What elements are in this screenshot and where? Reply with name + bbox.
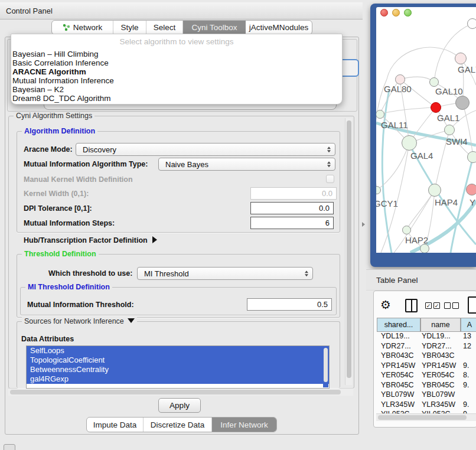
dropdown-item[interactable]: Basic Correlation Inference: [11, 58, 342, 67]
network-node[interactable]: [467, 18, 476, 29]
node-label: GAL4: [410, 151, 433, 161]
network-node-hap2[interactable]: [402, 226, 411, 234]
checked-box-icon[interactable]: ✓: [425, 302, 432, 309]
node-label: GAL7: [458, 64, 476, 74]
network-canvas[interactable]: GAL7GAL80GAL10GAL1GAL11SWI4GAL4GCY1HAP4Y…: [376, 7, 476, 253]
table-row[interactable]: YDL19...YDL19...13: [373, 332, 476, 342]
settings-horizontal-scrollbar[interactable]: [8, 388, 353, 396]
sources-toggle[interactable]: Sources for Network Inference: [22, 317, 137, 325]
bottom-tab-impute-data[interactable]: Impute Data: [87, 418, 144, 432]
table-horizontal-scrollbar-thumb[interactable]: [378, 415, 467, 420]
table-row[interactable]: YBL079WYBL079W: [373, 390, 476, 400]
hub-definition-toggle[interactable]: Hub/Transcription Factor Definition: [24, 236, 157, 244]
dropdown-item[interactable]: Dream8 DC_TDC Algorithm: [11, 94, 342, 103]
table-cell: YLR345W: [422, 400, 455, 409]
table-row[interactable]: YPR145WYPR145W9.: [373, 361, 476, 371]
mi-algorithm-type-value: Naive Bayes: [165, 160, 208, 169]
table-row[interactable]: YBR043CYBR043C: [373, 351, 476, 361]
algorithm-definition-title: Algorithm Definition: [22, 127, 97, 135]
settings-vertical-scrollbar[interactable]: [345, 118, 352, 385]
expanded-arrow-icon: [128, 318, 135, 323]
network-node-hap4[interactable]: [428, 184, 441, 197]
tab-style[interactable]: Style: [113, 21, 146, 34]
network-node-gal80[interactable]: [395, 74, 405, 84]
network-node-gal1[interactable]: [431, 102, 441, 113]
manual-kernel-label: Manual Kernel Width Definition: [24, 175, 133, 184]
table-cell: YBR045C: [422, 381, 455, 389]
dropdown-item[interactable]: Bayesian – K2: [11, 85, 342, 94]
table-row[interactable]: YER054CYER054C8.: [373, 371, 476, 381]
attribute-list-item[interactable]: BetweennessCentrality: [27, 365, 329, 374]
network-node-gal7[interactable]: [455, 53, 467, 64]
checked-box-icon[interactable]: ✓: [433, 302, 440, 309]
network-node-swi4[interactable]: [444, 125, 455, 135]
zoom-traffic-light[interactable]: [404, 9, 412, 17]
node-label: SWI4: [446, 136, 468, 146]
mi-threshold-label: Mutual Information Threshold:: [27, 301, 134, 309]
table-cell: YDL19...: [381, 332, 410, 340]
network-node[interactable]: [467, 151, 476, 163]
dropdown-item[interactable]: Mutual Information Inference: [11, 76, 342, 85]
aracne-mode-select[interactable]: Discovery: [76, 143, 335, 156]
table-cell: YBR043C: [381, 351, 414, 360]
document-icon[interactable]: [468, 296, 476, 314]
data-attributes-label: Data Attributes: [21, 335, 74, 343]
settings-vertical-scrollbar-thumb[interactable]: [347, 120, 351, 378]
network-node[interactable]: [455, 96, 470, 110]
table-row[interactable]: YLR345WYLR345W9.: [373, 400, 476, 410]
tab-cyni-toolbox[interactable]: Cyni Toolbox: [183, 21, 246, 34]
mi-threshold-input[interactable]: 0.5: [247, 298, 332, 311]
split-columns-icon[interactable]: [405, 299, 418, 312]
tab-label: jActiveMNodules: [249, 23, 309, 32]
column-header[interactable]: shared...: [377, 318, 420, 332]
table-row[interactable]: YBR045CYBR045C9.: [373, 381, 476, 391]
which-threshold-label: Which threshold to use:: [48, 269, 132, 278]
dropdown-item[interactable]: ARACNE Algorithm: [11, 67, 342, 76]
attribute-list-item[interactable]: gal4RGexp: [27, 374, 329, 384]
network-node-gal10[interactable]: [429, 77, 439, 87]
stepper-icon: [327, 146, 331, 152]
unchecked-box-icon[interactable]: [452, 302, 459, 309]
table-cell: 9.: [463, 400, 469, 409]
dropdown-item[interactable]: Bayesian – Hill Climbing: [11, 50, 342, 58]
network-node-gal11[interactable]: [376, 110, 384, 119]
network-node[interactable]: [420, 244, 429, 253]
settings-horizontal-scrollbar-thumb[interactable]: [10, 390, 341, 394]
node-label: GAL11: [381, 120, 408, 130]
table-row[interactable]: YDR27...YDR27...12: [373, 342, 476, 352]
manual-kernel-checkbox[interactable]: [326, 175, 334, 183]
mi-threshold-definition-title: MI Threshold Definition: [25, 283, 112, 291]
mi-algorithm-type-select[interactable]: Naive Bayes: [158, 158, 335, 171]
attribute-list-item[interactable]: SelfLoops: [27, 346, 329, 356]
mi-steps-input[interactable]: 6: [250, 217, 334, 229]
column-header[interactable]: A: [461, 318, 476, 332]
bottom-tab-discretize-data[interactable]: Discretize Data: [144, 418, 212, 432]
attributes-list-scrollbar[interactable]: [323, 347, 328, 387]
minimize-traffic-light[interactable]: [392, 9, 400, 17]
table-horizontal-scrollbar[interactable]: [376, 413, 476, 421]
stepper-icon: [305, 270, 308, 276]
close-traffic-light[interactable]: [380, 9, 388, 17]
apply-button[interactable]: Apply: [158, 398, 201, 413]
splitter-collapse-icon[interactable]: [362, 222, 365, 227]
collapsed-panel-button[interactable]: [4, 444, 15, 450]
which-threshold-select[interactable]: MI Threshold: [137, 267, 313, 280]
unchecked-box-icon[interactable]: [444, 302, 451, 309]
gear-icon[interactable]: ⚙: [380, 298, 391, 312]
attributes-list-scrollbar-thumb[interactable]: [324, 348, 328, 382]
dpi-tolerance-input[interactable]: 0.0: [250, 202, 334, 214]
threshold-definition-title: Threshold Definition: [22, 250, 99, 258]
attribute-list-item[interactable]: TopologicalCoefficient: [27, 356, 329, 365]
data-attributes-list[interactable]: SelfLoopsTopologicalCoefficientBetweenne…: [26, 345, 330, 389]
network-node-gal4[interactable]: [402, 135, 417, 151]
tab-jactivemnodules[interactable]: jActiveMNodules: [246, 21, 312, 34]
tab-select[interactable]: Select: [146, 21, 183, 34]
network-node-y[interactable]: [466, 184, 476, 195]
table-cell: YBR045C: [381, 381, 414, 389]
network-view-window[interactable]: GAL7GAL80GAL10GAL1GAL11SWI4GAL4GCY1HAP4Y…: [370, 4, 476, 267]
tab-network[interactable]: Network: [52, 21, 113, 34]
node-label: GAL10: [435, 86, 463, 96]
column-header[interactable]: name: [420, 318, 461, 332]
stepper-icon: [327, 161, 331, 167]
bottom-tab-infer-network[interactable]: Infer Network: [212, 418, 276, 432]
